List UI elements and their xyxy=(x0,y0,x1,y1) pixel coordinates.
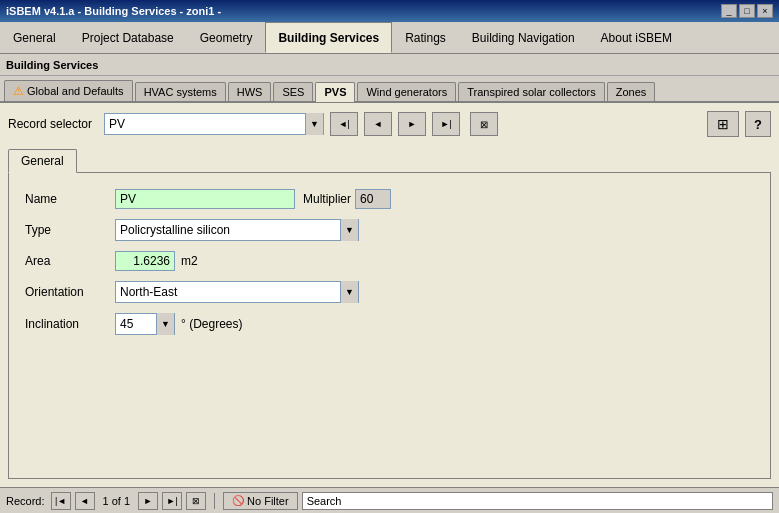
maximize-btn[interactable]: □ xyxy=(739,4,755,18)
delete-btn[interactable]: ⊠ xyxy=(470,112,498,136)
content-area: Record selector PV ▼ ◄| ◄ ► ►| ⊠ ⊞ ? Gen… xyxy=(0,103,779,487)
minimize-btn[interactable]: _ xyxy=(721,4,737,18)
tab-zones[interactable]: Zones xyxy=(607,82,656,101)
orientation-value: North-East xyxy=(116,283,340,301)
nav-last-btn[interactable]: ►| xyxy=(432,112,460,136)
filter-icon: 🚫 xyxy=(232,495,244,506)
inclination-row: Inclination 45 ▼ ° (Degrees) xyxy=(25,313,754,335)
menu-general[interactable]: General xyxy=(0,22,69,53)
menu-project-database[interactable]: Project Database xyxy=(69,22,187,53)
orientation-select[interactable]: North-East ▼ xyxy=(115,281,359,303)
title-text: iSBEM v4.1.a - Building Services - zoni1… xyxy=(6,5,221,17)
menu-building-services[interactable]: Building Services xyxy=(265,22,392,53)
type-row: Type Policrystalline silicon ▼ xyxy=(25,219,754,241)
orientation-label: Orientation xyxy=(25,285,115,299)
inner-content: Name Multiplier Type Policrystalline sil… xyxy=(8,172,771,479)
tab-transpired-solar[interactable]: Transpired solar collectors xyxy=(458,82,605,101)
record-selector-combo[interactable]: PV ▼ xyxy=(104,113,324,135)
area-row: Area m2 xyxy=(25,251,754,271)
nav-bar-first-btn[interactable]: |◄ xyxy=(51,492,71,510)
no-filter-btn[interactable]: 🚫 No Filter xyxy=(223,492,298,510)
inner-tab-general[interactable]: General xyxy=(8,149,77,173)
sub-title-text: Building Services xyxy=(6,59,98,71)
tab-hvac-systems[interactable]: HVAC systems xyxy=(135,82,226,101)
tab-hws[interactable]: HWS xyxy=(228,82,272,101)
tab-pvs[interactable]: PVS xyxy=(315,82,355,102)
nav-separator xyxy=(214,493,215,509)
inclination-value: 45 xyxy=(116,315,156,333)
nav-first-btn[interactable]: ◄| xyxy=(330,112,358,136)
help-btn[interactable]: ? xyxy=(745,111,771,137)
nav-bar-next-btn[interactable]: ► xyxy=(138,492,158,510)
menu-geometry[interactable]: Geometry xyxy=(187,22,266,53)
nav-bar-prev-btn[interactable]: ◄ xyxy=(75,492,95,510)
calc-btn[interactable]: ⊞ xyxy=(707,111,739,137)
tab-bar: ⚠ Global and Defaults HVAC systems HWS S… xyxy=(0,76,779,103)
record-selector-value: PV xyxy=(105,115,305,133)
nav-bar-extra-btn[interactable]: ⊠ xyxy=(186,492,206,510)
inclination-select[interactable]: 45 ▼ xyxy=(115,313,175,335)
menu-bar: General Project Database Geometry Buildi… xyxy=(0,22,779,54)
type-label: Type xyxy=(25,223,115,237)
record-nav-label: Record: xyxy=(6,495,45,507)
inclination-dropdown-arrow[interactable]: ▼ xyxy=(156,313,174,335)
record-selector-label: Record selector xyxy=(8,117,92,131)
record-selector-dropdown-arrow[interactable]: ▼ xyxy=(305,113,323,135)
area-unit: m2 xyxy=(181,254,198,268)
page-info: 1 of 1 xyxy=(103,495,131,507)
multiplier-label: Multiplier xyxy=(303,192,351,206)
sub-title-bar: Building Services xyxy=(0,54,779,76)
nav-prev-btn[interactable]: ◄ xyxy=(364,112,392,136)
type-dropdown-arrow[interactable]: ▼ xyxy=(340,219,358,241)
main-window: iSBEM v4.1.a - Building Services - zoni1… xyxy=(0,0,779,513)
multiplier-input[interactable] xyxy=(355,189,391,209)
nav-next-btn[interactable]: ► xyxy=(398,112,426,136)
no-filter-label: No Filter xyxy=(247,495,289,507)
title-bar: iSBEM v4.1.a - Building Services - zoni1… xyxy=(0,0,779,22)
warning-icon: ⚠ xyxy=(13,84,24,98)
inner-tab-bar: General xyxy=(8,149,771,172)
tab-ses[interactable]: SES xyxy=(273,82,313,101)
orientation-row: Orientation North-East ▼ xyxy=(25,281,754,303)
type-value: Policrystalline silicon xyxy=(116,221,340,239)
tab-wind-generators[interactable]: Wind generators xyxy=(357,82,456,101)
nav-bar-last-btn[interactable]: ►| xyxy=(162,492,182,510)
area-label: Area xyxy=(25,254,115,268)
menu-building-navigation[interactable]: Building Navigation xyxy=(459,22,588,53)
menu-ratings[interactable]: Ratings xyxy=(392,22,459,53)
name-row: Name Multiplier xyxy=(25,189,754,209)
inclination-unit: ° (Degrees) xyxy=(181,317,242,331)
name-label: Name xyxy=(25,192,115,206)
orientation-dropdown-arrow[interactable]: ▼ xyxy=(340,281,358,303)
title-controls: _ □ × xyxy=(721,4,773,18)
area-input[interactable] xyxy=(115,251,175,271)
close-btn[interactable]: × xyxy=(757,4,773,18)
search-input[interactable] xyxy=(302,492,773,510)
type-select[interactable]: Policrystalline silicon ▼ xyxy=(115,219,359,241)
nav-bar: Record: |◄ ◄ 1 of 1 ► ►| ⊠ 🚫 No Filter xyxy=(0,487,779,513)
record-selector-row: Record selector PV ▼ ◄| ◄ ► ►| ⊠ ⊞ ? xyxy=(8,111,771,137)
name-input[interactable] xyxy=(115,189,295,209)
menu-about[interactable]: About iSBEM xyxy=(588,22,685,53)
tab-global-defaults[interactable]: ⚠ Global and Defaults xyxy=(4,80,133,101)
inclination-label: Inclination xyxy=(25,317,115,331)
inner-panel: General Name Multiplier Type Policrystal… xyxy=(8,149,771,479)
